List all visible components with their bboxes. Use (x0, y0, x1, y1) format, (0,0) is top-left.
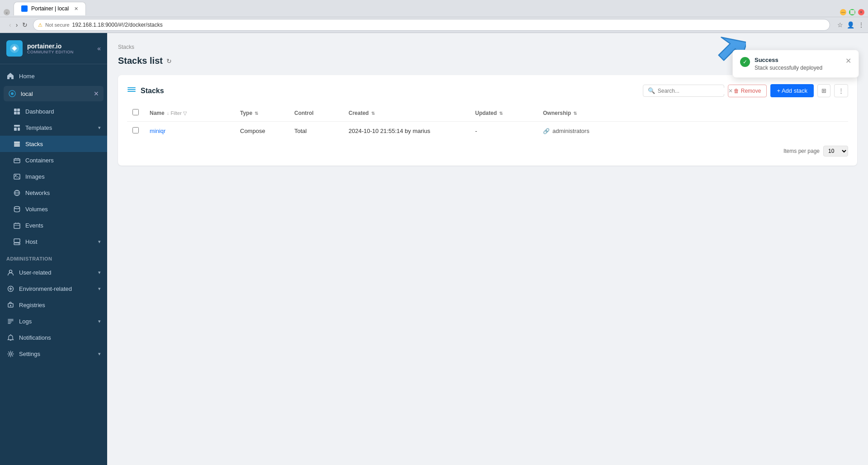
sidebar-item-templates[interactable]: Templates ▾ (0, 119, 107, 136)
col-header-name: Name ↓ Filter ▽ (144, 104, 235, 122)
svg-point-22 (18, 243, 19, 244)
tab-favicon (21, 5, 28, 12)
filter-name-btn[interactable]: Filter ▽ (170, 110, 187, 116)
sidebar-item-home[interactable]: Home (0, 68, 107, 84)
table-more-btn[interactable]: ⋮ (834, 84, 848, 97)
sidebar-item-volumes[interactable]: Volumes (0, 201, 107, 217)
table-row: miniqr Compose Total 2024-10-10 21:55:14… (127, 122, 848, 141)
col-header-ownership: Ownership ⇅ (538, 104, 848, 122)
sidebar-item-logs[interactable]: Logs ▾ (0, 313, 107, 329)
stacks-table-icon (127, 85, 136, 96)
select-all-checkbox[interactable] (132, 109, 139, 115)
sidebar-item-images[interactable]: Images (0, 168, 107, 185)
tab-list-btn[interactable]: ⌄ (4, 9, 10, 15)
toast-close-btn[interactable]: ✕ (845, 57, 851, 65)
svg-rect-8 (14, 125, 20, 127)
refresh-btn[interactable]: ↻ (20, 20, 29, 29)
sidebar-collapse-btn[interactable]: « (97, 45, 101, 52)
remove-btn[interactable]: 🗑 Remove (728, 85, 767, 97)
add-stack-btn[interactable]: + Add stack (770, 84, 814, 97)
svg-rect-6 (14, 112, 17, 114)
stack-ownership: administrators (552, 128, 590, 134)
sidebar-item-settings[interactable]: Settings ▾ (0, 346, 107, 362)
search-box[interactable]: 🔍 ✕ (643, 85, 724, 97)
stacks-icon (13, 140, 21, 148)
ownership-container: 🔗 administrators (543, 128, 843, 134)
sidebar-item-label: Notifications (19, 334, 51, 341)
sort-updated-icon[interactable]: ⇅ (499, 111, 503, 116)
sidebar-item-label: User-related (19, 269, 52, 276)
sidebar-item-stacks[interactable]: Stacks (0, 136, 107, 152)
logs-icon (6, 317, 14, 325)
sidebar-item-notifications[interactable]: Notifications (0, 329, 107, 346)
add-stack-label: + Add stack (777, 87, 807, 94)
remove-label: Remove (741, 88, 761, 94)
main-content: Stacks Stacks list ↻ Stacks 🔍 (107, 33, 868, 465)
sort-name-icon[interactable]: ↓ (167, 111, 169, 116)
sidebar-item-label: Stacks (25, 141, 43, 147)
menu-btn[interactable]: ⋮ (858, 21, 864, 28)
logo-name: portainer.io (27, 43, 74, 50)
table-header: Stacks 🔍 ✕ 🗑 Remove + Add stack (127, 84, 848, 97)
environment-close-btn[interactable]: ✕ (94, 90, 99, 97)
svg-point-3 (11, 92, 14, 95)
sidebar-navigation: Home local ✕ Dashboard (0, 64, 107, 465)
sidebar-item-host[interactable]: Host ▾ (0, 233, 107, 250)
templates-icon (13, 123, 21, 132)
row-checkbox[interactable] (132, 127, 139, 133)
sidebar-item-networks[interactable]: Networks (0, 185, 107, 201)
stack-updated: - (475, 128, 477, 134)
svg-point-27 (9, 353, 12, 355)
sidebar-item-dashboard[interactable]: Dashboard (0, 103, 107, 119)
col-header-created: Created ⇅ (343, 104, 470, 122)
refresh-page-btn[interactable]: ↻ (166, 57, 172, 65)
stacks-table-card: Stacks 🔍 ✕ 🗑 Remove + Add stack (118, 75, 857, 166)
profile-btn[interactable]: 👤 (847, 21, 854, 28)
sidebar-item-label: Networks (25, 190, 50, 196)
stack-created: 2024-10-10 21:55:14 by marius (349, 128, 430, 134)
sidebar-item-label: Templates (25, 124, 52, 131)
items-per-page-select[interactable]: 10 25 50 100 (823, 146, 848, 157)
sidebar-item-user-related[interactable]: User-related ▾ (0, 264, 107, 280)
events-icon (13, 221, 21, 229)
sidebar-item-environment-related[interactable]: Environment-related ▾ (0, 280, 107, 297)
row-created-cell: 2024-10-10 21:55:14 by marius (343, 122, 470, 141)
sidebar-item-label: Home (19, 73, 35, 80)
browser-tab[interactable]: Portainer | local ✕ (14, 2, 86, 15)
logo-text: portainer.io COMMUNITY EDITION (27, 43, 74, 54)
back-btn[interactable]: ‹ (7, 20, 13, 29)
sort-created-icon[interactable]: ⇅ (371, 111, 375, 116)
browser-nav-arrows: ‹ › ↻ (7, 20, 29, 29)
row-updated-cell: - (470, 122, 538, 141)
svg-rect-14 (14, 159, 20, 163)
forward-btn[interactable]: › (14, 20, 20, 29)
tab-close-btn[interactable]: ✕ (74, 6, 78, 12)
sidebar: portainer.io COMMUNITY EDITION « Home lo… (0, 33, 107, 465)
sidebar-item-registries[interactable]: Registries (0, 297, 107, 313)
svg-rect-19 (14, 223, 20, 228)
table-columns-btn[interactable]: ⊞ (817, 84, 830, 97)
bookmark-btn[interactable]: ☆ (837, 21, 843, 28)
environment-icon (8, 90, 16, 98)
settings-icon (6, 350, 14, 358)
app-layout: portainer.io COMMUNITY EDITION « Home lo… (0, 33, 868, 465)
stack-control: Total (294, 128, 307, 134)
window-minimize-btn[interactable]: — (840, 9, 846, 15)
sort-ownership-icon[interactable]: ⇅ (573, 111, 577, 116)
remove-icon: 🗑 (734, 88, 739, 94)
svg-point-23 (9, 270, 12, 273)
sort-type-icon[interactable]: ⇅ (255, 111, 258, 116)
sidebar-item-local[interactable]: local ✕ (4, 86, 104, 101)
stacks-table: Name ↓ Filter ▽ Type ⇅ Control Created (127, 104, 848, 140)
svg-rect-12 (14, 143, 20, 145)
sidebar-item-containers[interactable]: Containers (0, 152, 107, 168)
row-name-cell: miniqr (144, 122, 235, 141)
window-close-btn[interactable]: ✕ (858, 9, 864, 15)
search-input[interactable] (658, 88, 726, 94)
stack-name-link[interactable]: miniqr (150, 128, 165, 134)
host-icon (13, 237, 21, 246)
registry-icon (6, 301, 14, 309)
sidebar-item-events[interactable]: Events (0, 217, 107, 233)
window-maximize-btn[interactable]: ⬜ (849, 9, 855, 15)
sidebar-item-label: local (21, 90, 33, 97)
